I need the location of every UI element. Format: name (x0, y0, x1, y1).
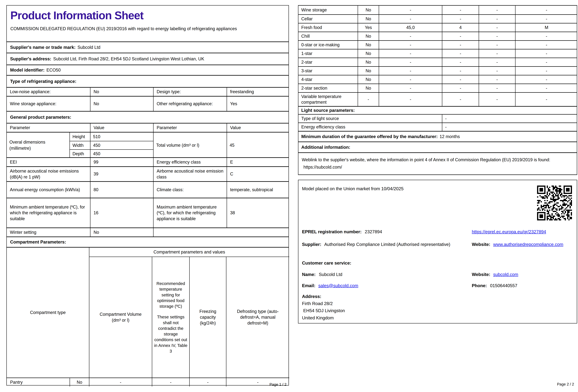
row-volume: - (379, 93, 442, 106)
row-label: 0-star or ice-making (298, 41, 358, 49)
noise-value: 39 (90, 167, 153, 181)
table-row-fresh-food: Fresh food Yes 45,0 4 - M (298, 23, 577, 32)
care-website-link[interactable]: subcold.com (493, 272, 518, 277)
row-defrost: - (515, 58, 578, 66)
col-header-parameter-1: Parameter (7, 123, 90, 132)
energy-consumption-label: Annual energy consumption (kWh/a) (7, 182, 90, 198)
table-row-chill: Chill No - - - - (298, 32, 577, 40)
light-energy-class-row: Energy efficiency class - (298, 122, 577, 131)
care-website-label: Website: (472, 272, 490, 277)
supplier-name-value: Subcold Ltd (77, 45, 100, 50)
care-name-label: Name: (302, 272, 316, 277)
row-temp: - (442, 75, 479, 83)
low-noise-value: No (90, 88, 153, 96)
design-type-label: Design type: (153, 88, 227, 96)
winter-setting-empty-cell (153, 228, 289, 236)
row-label: 2-star section (298, 84, 358, 92)
light-energy-class-label: Energy efficiency class (298, 123, 442, 131)
height-value: 510 (90, 132, 153, 141)
row-defrost: - (515, 84, 578, 92)
website-link[interactable]: www.authorisedrepcompliance.com (493, 242, 563, 247)
row-freezing: - (479, 49, 515, 58)
height-label: Height (69, 132, 90, 141)
table-row-cellar: Cellar No - - - - (298, 14, 577, 23)
row-flag: No (358, 41, 379, 49)
address-line-2: EH54 5DJ Livingston (302, 307, 470, 314)
eei-label: EEI (7, 158, 90, 166)
eei-value: 99 (90, 158, 153, 166)
row-freezing: - (479, 6, 515, 14)
regulation-text: COMMISSION DELEGATED REGULATION (EU) 201… (10, 25, 273, 32)
weblink-row: Weblink to the supplier's website, where… (298, 152, 577, 174)
row-freezing: - (479, 58, 515, 66)
eprel-link-cell: https://eprel.ec.europa.eu/qr/2327894 (472, 228, 575, 235)
compartment-type-col-header: Compartment type (7, 248, 89, 378)
table-row-2-star: 2-star No - - - - (298, 58, 577, 66)
winter-setting-label: Winter setting (7, 228, 90, 236)
page2-footer: Page 2 / 2 (298, 382, 577, 387)
light-section-header: Light source parameters: (298, 106, 577, 114)
supplier-address-row: Supplier's address: Subcold Ltd, Firth R… (7, 53, 289, 65)
table-row-variable-temperature: Variable temperature compartment - - - -… (298, 92, 577, 106)
table-row-4-star: 4-star No - - - - (298, 75, 577, 83)
qr-code (537, 186, 572, 220)
address-label: Address: (302, 294, 321, 299)
eei-row: EEI 99 Energy efficiency class E (7, 157, 289, 166)
row-volume: - (379, 58, 442, 66)
row-temp: 4 (442, 23, 479, 32)
care-phone-row: Phone: 01506440557 (472, 282, 575, 289)
address-line-3: United Kingdom (302, 314, 470, 321)
table-row-2-star-section: 2-star section No - - - - (298, 83, 577, 92)
row-label: Cellar (298, 15, 358, 23)
row-volume: - (379, 32, 442, 40)
compartment-section-header: Compartment Parameters: (7, 236, 289, 247)
eprel-row: EPREL registration number: 2327894 (302, 228, 470, 235)
market-date-text: Model placed on the Union market from 10… (302, 185, 470, 192)
row-defrost: M (515, 23, 578, 32)
compartment-temp-col-header: Recommended temperature setting for opti… (152, 257, 189, 378)
page1-footer: Page 1 / 2 (6, 382, 289, 387)
website-label: Website: (472, 242, 490, 247)
winter-setting-row: Winter setting No (7, 228, 289, 236)
care-name-row: Name: Subcold Ltd (302, 271, 470, 278)
compartment-table: Compartment type Compartment parameters … (7, 247, 289, 386)
compartment-volume-col-header: Compartment Volume (dm³ or l) (89, 257, 152, 378)
row-flag: No (358, 84, 379, 92)
row-flag: No (358, 75, 379, 83)
wine-storage-appliance-label: Wine storage appliance: (7, 97, 90, 111)
row-defrost: - (515, 41, 578, 49)
noise-label: Airborne acoustical noise emissions (dB(… (7, 167, 90, 181)
eprel-value: 2327894 (365, 229, 382, 234)
row-temp: - (442, 32, 479, 40)
row-label: Variable temperature compartment (298, 93, 358, 106)
care-phone-value: 01506440557 (490, 283, 517, 288)
row-volume: - (379, 41, 442, 49)
row-freezing: - (479, 41, 515, 49)
address-block: Address: Firth Road 28/2 EH54 5DJ Living… (302, 293, 470, 321)
guarantee-label: Minimum duration of the guarantee offere… (301, 134, 438, 139)
row-defrost: - (515, 6, 578, 14)
row-freezing: - (479, 93, 515, 106)
row-defrost: - (515, 75, 578, 83)
care-email-link[interactable]: sales@subcold.com (318, 283, 358, 288)
noise-class-value: C (227, 167, 289, 181)
care-name-value: Subcold Ltd (319, 272, 342, 277)
light-energy-class-value: - (442, 123, 578, 131)
depth-label: Depth (69, 149, 90, 158)
address-line-1: Firth Road 28/2 (302, 300, 470, 307)
eprel-link[interactable]: https://eprel.ec.europa.eu/qr/2327894 (472, 229, 546, 234)
climate-class-label: Climate class: (153, 182, 227, 198)
compartment-span-header: Compartment parameters and values (89, 248, 289, 257)
weblink-url: https://subcold.com/ (303, 165, 342, 170)
design-type-value: freestanding (227, 88, 289, 96)
other-appliance-label: Other refrigerating appliance: (153, 97, 227, 111)
supplier-value: Authorised Rep Compliance Limited (Autho… (324, 242, 450, 247)
row-temp: - (442, 15, 479, 23)
type-section-header: Type of refrigerating appliance: (7, 75, 289, 87)
row-label: Chill (298, 32, 358, 40)
table-row-wine-storage: Wine storage No - - - - (298, 6, 577, 14)
row-label: 1-star (298, 49, 358, 58)
max-ambient-label: Maximum ambient temperature (ºC), for wh… (153, 198, 227, 228)
defrosting-type-col-header: Defrosting type (auto-defrost=A, manual … (226, 257, 289, 378)
row-flag: No (358, 67, 379, 75)
